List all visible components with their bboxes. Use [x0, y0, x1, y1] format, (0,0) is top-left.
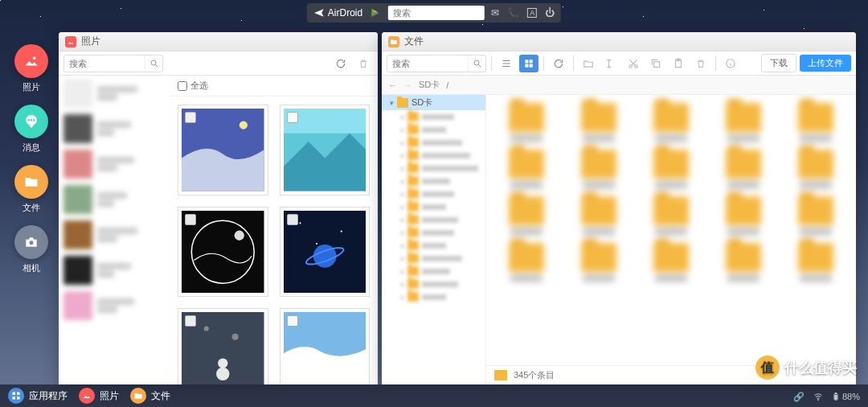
dock-item-files[interactable]: 文件	[14, 165, 48, 214]
files-search-input[interactable]	[387, 59, 468, 68]
battery-percent: 88%	[842, 392, 860, 401]
link-icon[interactable]: 🔗	[793, 392, 805, 402]
dock-label: 相机	[23, 262, 40, 274]
window-titlebar[interactable]: 文件	[382, 32, 856, 51]
photo-checkbox[interactable]	[185, 112, 196, 123]
photo-checkbox[interactable]	[287, 214, 298, 225]
photos-toolbar	[59, 51, 378, 76]
photos-select-bar: 全选	[170, 76, 378, 97]
dock-item-messages[interactable]: 消息	[14, 105, 48, 154]
photo-thumbnail[interactable]	[280, 207, 371, 298]
files-app-icon	[388, 36, 399, 47]
upload-button[interactable]: 上传文件	[800, 55, 851, 72]
watermark: 值 什么值得买	[755, 356, 857, 380]
photos-album-list[interactable]	[59, 76, 170, 384]
photo-thumbnail[interactable]	[178, 308, 268, 384]
svg-point-6	[151, 60, 156, 65]
delete-button[interactable]	[354, 55, 373, 72]
photo-icon	[82, 391, 92, 401]
dock-item-photos[interactable]: 照片	[14, 44, 48, 93]
breadcrumb-item[interactable]: SD卡	[419, 79, 440, 91]
search-icon[interactable]	[145, 56, 162, 72]
svg-rect-28	[530, 60, 533, 63]
taskbar-label: 照片	[100, 389, 119, 403]
rename-button[interactable]	[601, 55, 620, 72]
svg-point-5	[30, 240, 34, 245]
search-icon[interactable]	[468, 56, 485, 72]
svg-point-26	[474, 60, 479, 65]
files-toolbar: 下载 上传文件	[382, 51, 856, 76]
svg-point-3	[31, 119, 33, 121]
photo-thumbnail[interactable]	[178, 105, 268, 195]
taskbar-photos[interactable]: 照片	[79, 388, 119, 404]
svg-rect-38	[17, 393, 20, 396]
svg-point-21	[216, 368, 229, 380]
paste-button[interactable]	[669, 55, 688, 72]
delete-button[interactable]	[691, 55, 710, 72]
phone-icon[interactable]: 📞	[507, 7, 519, 18]
tree-item-sdcard[interactable]: ▾ SD卡	[382, 95, 485, 110]
svg-rect-30	[530, 64, 533, 67]
files-tree[interactable]: ▾ SD卡 ▸ ▸ ▸ ▸ ▸ ▸ ▸ ▸ ▸ ▸ ▸ ▸ ▸ ▸ ▸	[382, 95, 486, 384]
dock-item-camera[interactable]: 相机	[14, 225, 48, 274]
view-grid-button[interactable]	[519, 55, 538, 72]
svg-rect-39	[13, 397, 16, 400]
refresh-button[interactable]	[549, 55, 568, 72]
photo-checkbox[interactable]	[287, 112, 298, 123]
new-folder-button[interactable]	[579, 55, 598, 72]
play-store-icon[interactable]	[369, 6, 382, 19]
power-icon[interactable]: ⏻	[545, 7, 555, 18]
battery-status[interactable]: 88%	[832, 391, 860, 402]
copy-button[interactable]	[646, 55, 665, 72]
nav-back-icon[interactable]: ←	[388, 80, 397, 90]
refresh-button[interactable]	[331, 55, 350, 72]
svg-point-15	[299, 222, 301, 224]
photo-icon	[23, 52, 40, 70]
photos-grid	[170, 97, 378, 384]
wifi-icon[interactable]	[813, 392, 824, 401]
window-titlebar[interactable]: 照片	[59, 32, 378, 51]
mail-icon[interactable]: ✉	[491, 7, 499, 18]
window-title: 文件	[404, 35, 424, 48]
photo-app-icon	[65, 36, 76, 47]
files-grid[interactable]	[486, 95, 856, 290]
svg-point-17	[315, 242, 317, 244]
global-search-input[interactable]	[388, 6, 485, 20]
dock-label: 消息	[23, 142, 40, 154]
svg-point-41	[817, 400, 818, 401]
watermark-text: 什么值得买	[784, 358, 857, 377]
cut-button[interactable]	[624, 55, 643, 72]
photos-search-input[interactable]	[64, 59, 145, 68]
taskbar-apps[interactable]: 应用程序	[8, 388, 68, 404]
photo-thumbnail[interactable]	[280, 308, 371, 384]
nav-forward-icon[interactable]: →	[403, 80, 412, 90]
select-all-checkbox[interactable]	[178, 81, 187, 91]
top-bar: AirDroid ✉ 📞 A ⏻	[307, 3, 561, 23]
brand-text: AirDroid	[328, 7, 362, 18]
folder-icon	[133, 391, 143, 401]
tree-label: SD卡	[411, 97, 432, 109]
svg-rect-29	[525, 64, 528, 67]
svg-point-0	[33, 57, 36, 60]
photo-thumbnail[interactable]	[280, 105, 371, 195]
photo-checkbox[interactable]	[287, 315, 298, 327]
text-icon[interactable]: A	[527, 8, 537, 18]
svg-point-24	[232, 334, 239, 340]
view-list-button[interactable]	[497, 55, 516, 72]
dock-label: 照片	[23, 81, 40, 93]
svg-rect-43	[835, 393, 837, 393]
taskbar-files[interactable]: 文件	[130, 388, 170, 404]
svg-rect-27	[525, 60, 528, 63]
photos-window: 照片 全选	[59, 32, 378, 384]
svg-point-13	[235, 230, 244, 240]
folder-icon	[494, 370, 507, 380]
message-icon	[23, 113, 39, 130]
camera-icon	[23, 234, 39, 250]
photo-checkbox[interactable]	[185, 214, 196, 225]
download-button[interactable]: 下载	[761, 54, 796, 72]
info-button[interactable]	[721, 55, 740, 72]
photo-thumbnail[interactable]	[178, 207, 268, 298]
airdroid-logo: AirDroid	[313, 7, 362, 18]
photo-checkbox[interactable]	[185, 315, 196, 327]
svg-rect-40	[17, 397, 20, 400]
